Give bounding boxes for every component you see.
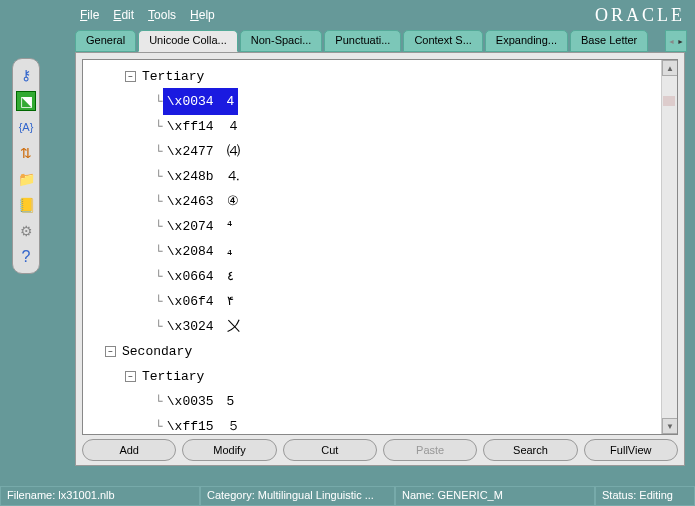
tree-branch-icon: └: [155, 140, 163, 164]
tree-group-label: Secondary: [118, 339, 196, 365]
tree-item-label: \xff15５: [163, 413, 244, 434]
tool-connector-icon[interactable]: ⇅: [16, 143, 36, 163]
codepoint: \x248b: [167, 165, 217, 189]
menu-bar: File Edit Tools Help: [80, 8, 215, 22]
tab-strip: General Unicode Colla... Non-Spaci... Pu…: [0, 30, 695, 52]
tree-item[interactable]: └\x2084₄: [103, 239, 661, 264]
tool-folder-icon[interactable]: 📁: [16, 169, 36, 189]
glyph: 5: [217, 393, 234, 408]
tab-general[interactable]: General: [75, 30, 136, 52]
codepoint: \xff14: [167, 115, 217, 139]
glyph: ５: [217, 418, 240, 433]
tree-branch-icon: └: [155, 90, 163, 114]
tab-punctuation[interactable]: Punctuati...: [324, 30, 401, 52]
tree-item-label: \x2074⁴: [163, 213, 236, 240]
tree-branch-icon: └: [155, 265, 163, 289]
tree-item-label: \x2477⑷: [163, 138, 244, 165]
tree-item[interactable]: └\x00355: [103, 389, 661, 414]
tree-item[interactable]: └\x248b⒋: [103, 164, 661, 189]
tree-item[interactable]: └\x2074⁴: [103, 214, 661, 239]
menu-tools[interactable]: Tools: [148, 8, 176, 22]
tree-group-label: Tertiary: [138, 64, 208, 90]
tree-item[interactable]: └\x2463④: [103, 189, 661, 214]
tree-group[interactable]: −Tertiary: [103, 364, 661, 389]
status-bar: Filename: lx31001.nlb Category: Multilin…: [0, 486, 695, 506]
codepoint: \x0035: [167, 390, 217, 414]
tab-context-s[interactable]: Context S...: [403, 30, 482, 52]
tree-branch-icon: └: [155, 215, 163, 239]
status-category: Category: Multilingual Linguistic ...: [200, 486, 395, 506]
tree-item[interactable]: └\xff15５: [103, 414, 661, 434]
tree-item[interactable]: └\x2477⑷: [103, 139, 661, 164]
tab-unicode-collation[interactable]: Unicode Colla...: [138, 30, 238, 52]
scroll-up-icon[interactable]: [662, 60, 678, 76]
tree-item-label: \x2463④: [163, 188, 243, 215]
tree-content[interactable]: −Tertiary└\x00344└\xff14４└\x2477⑷└\x248b…: [83, 60, 661, 434]
tree-area: −Tertiary└\x00344└\xff14４└\x2477⑷└\x248b…: [82, 59, 678, 435]
modify-button[interactable]: Modify: [182, 439, 276, 461]
tree-group[interactable]: −Secondary: [103, 339, 661, 364]
codepoint: \x2084: [167, 240, 217, 264]
expander-icon[interactable]: −: [125, 71, 136, 82]
paste-button: Paste: [383, 439, 477, 461]
tool-braces-icon[interactable]: {A}: [16, 117, 36, 137]
menu-file[interactable]: File: [80, 8, 99, 22]
expander-icon[interactable]: −: [105, 346, 116, 357]
tool-note-icon[interactable]: 📒: [16, 195, 36, 215]
tree-branch-icon: └: [155, 415, 163, 435]
glyph: 4: [217, 93, 234, 108]
codepoint: \xff15: [167, 415, 217, 434]
scroll-marker-icon: [663, 96, 675, 106]
codepoint: \x06f4: [167, 290, 217, 314]
glyph: ４: [217, 118, 240, 133]
add-button[interactable]: Add: [82, 439, 176, 461]
glyph: ۴: [217, 293, 234, 308]
tree-item[interactable]: └\x00344: [103, 89, 661, 114]
tree-item[interactable]: └\x06f4۴: [103, 289, 661, 314]
tool-map-icon[interactable]: ⬔: [16, 91, 36, 111]
glyph: 〤: [217, 318, 240, 333]
vertical-scrollbar[interactable]: [661, 60, 677, 434]
glyph: ⑷: [217, 143, 240, 158]
tree-item-label: \x06f4۴: [163, 288, 238, 315]
glyph: ⒋: [217, 168, 240, 183]
tool-key-icon[interactable]: ⚷: [16, 65, 36, 85]
status-editing: Status: Editing: [595, 486, 695, 506]
tab-expanding[interactable]: Expanding...: [485, 30, 568, 52]
tab-scroll-buttons[interactable]: [665, 30, 687, 52]
tree-item-label: \x3024〤: [163, 313, 244, 340]
tree-item[interactable]: └\x3024〤: [103, 314, 661, 339]
tree-item-label: \x0664٤: [163, 263, 238, 290]
codepoint: \x0664: [167, 265, 217, 289]
button-bar: Add Modify Cut Paste Search FullView: [82, 439, 678, 461]
tree-item-label: \x00344: [163, 88, 238, 115]
tool-help-icon[interactable]: ?: [16, 247, 36, 267]
oracle-logo: ORACLE: [595, 5, 685, 26]
cut-button[interactable]: Cut: [283, 439, 377, 461]
tree-item[interactable]: └\xff14４: [103, 114, 661, 139]
tree-group[interactable]: −Tertiary: [103, 64, 661, 89]
tool-gear-icon[interactable]: ⚙: [16, 221, 36, 241]
search-button[interactable]: Search: [483, 439, 577, 461]
menu-edit[interactable]: Edit: [113, 8, 134, 22]
tree-branch-icon: └: [155, 165, 163, 189]
tree-item-label: \xff14４: [163, 113, 244, 140]
codepoint: \x2477: [167, 140, 217, 164]
codepoint: \x0034: [167, 90, 217, 114]
tree-branch-icon: └: [155, 190, 163, 214]
fullview-button[interactable]: FullView: [584, 439, 678, 461]
tree-item-label: \x00355: [163, 388, 238, 415]
status-filename: Filename: lx31001.nlb: [0, 486, 200, 506]
side-toolbar: ⚷ ⬔ {A} ⇅ 📁 📒 ⚙ ?: [12, 58, 40, 274]
expander-icon[interactable]: −: [125, 371, 136, 382]
tree-item[interactable]: └\x0664٤: [103, 264, 661, 289]
codepoint: \x2074: [167, 215, 217, 239]
tab-base-letter[interactable]: Base Letter: [570, 30, 648, 52]
tree-branch-icon: └: [155, 390, 163, 414]
scroll-down-icon[interactable]: [662, 418, 678, 434]
glyph: ٤: [217, 268, 234, 283]
tree-branch-icon: └: [155, 240, 163, 264]
tab-non-spacing[interactable]: Non-Spaci...: [240, 30, 323, 52]
tree-branch-icon: └: [155, 290, 163, 314]
menu-help[interactable]: Help: [190, 8, 215, 22]
